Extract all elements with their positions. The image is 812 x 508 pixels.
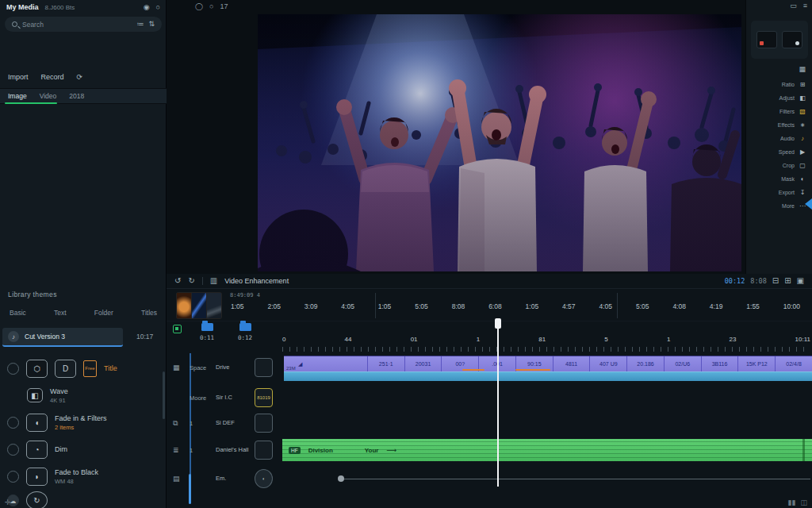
clip-thumb-b[interactable] bbox=[782, 31, 802, 48]
automation-line[interactable] bbox=[341, 479, 810, 479]
track-header-extra[interactable]: ▤ Em. ◐ bbox=[167, 469, 282, 488]
current-timecode: 00:12 bbox=[725, 277, 745, 285]
search-input[interactable]: Search ≔ ⇅ bbox=[5, 17, 162, 32]
clip-filmstrip[interactable] bbox=[176, 292, 222, 319]
doc-icon: ▤ bbox=[173, 475, 184, 483]
sort-icon[interactable]: ⇅ bbox=[148, 21, 155, 28]
item-checkbox[interactable] bbox=[7, 444, 19, 456]
anchor-icon[interactable]: ✛ bbox=[5, 498, 11, 506]
ratio-icon: ⊞ bbox=[799, 81, 806, 88]
track-thumb[interactable] bbox=[255, 414, 273, 433]
tool-item-crop[interactable]: Crop▢ bbox=[746, 160, 812, 171]
timeline-marker[interactable] bbox=[201, 323, 213, 331]
library-tab-folder[interactable]: Folder bbox=[94, 309, 113, 317]
split-icon[interactable]: ▥ bbox=[210, 277, 217, 285]
subtab-image[interactable]: Image bbox=[8, 92, 27, 100]
library-tab-titles[interactable]: Titles bbox=[141, 309, 157, 317]
list-item[interactable]: ⬡ D Free Title bbox=[0, 356, 167, 381]
library-tab-text[interactable]: Text bbox=[54, 309, 67, 317]
subtab-year[interactable]: 2018 bbox=[69, 92, 84, 100]
user-icon[interactable]: ○ bbox=[156, 4, 160, 11]
track-header-text[interactable]: ⧉ 1 Si DEF bbox=[167, 414, 282, 433]
tool-item-export[interactable]: Export↧ bbox=[746, 187, 812, 198]
panel-icon-a[interactable]: ▭ bbox=[790, 2, 797, 10]
item-checkbox[interactable] bbox=[7, 417, 19, 429]
video-editor-app: My Media 8.J600 Bts ◉ ○ Search ≔ ⇅ Impor… bbox=[0, 0, 812, 508]
list-item[interactable]: ◗ Fade to Black WM 48 bbox=[0, 464, 167, 489]
crop-icon: ▢ bbox=[799, 162, 806, 169]
track-ruler-ticks[interactable] bbox=[282, 347, 810, 352]
item-label: Dim bbox=[55, 445, 67, 453]
playhead[interactable] bbox=[497, 321, 499, 487]
tab-record[interactable]: Record bbox=[41, 73, 64, 81]
bars-icon[interactable]: ▮▮ bbox=[788, 498, 796, 506]
track-thumb[interactable]: 81019 bbox=[255, 388, 273, 407]
zoom-in-icon[interactable]: ⊞ bbox=[784, 277, 791, 285]
export-icon: ↧ bbox=[799, 189, 806, 196]
chat-icon[interactable]: ◯ bbox=[195, 2, 203, 10]
redo-icon[interactable]: ↻ bbox=[188, 277, 194, 285]
selected-library-item[interactable]: ♪ Cut Version 3 bbox=[2, 328, 123, 347]
track-header-video[interactable]: ▦ Space Drive bbox=[167, 358, 282, 377]
tool-item-adjust[interactable]: Adjust◧ bbox=[746, 93, 812, 103]
item-checkbox[interactable] bbox=[7, 471, 19, 483]
tool-list: Ratio⊞ Adjust◧ Filters▧ Effects∗ Audio♪ … bbox=[746, 79, 812, 211]
clip-highlight bbox=[515, 369, 550, 371]
total-timecode: 8:08 bbox=[750, 277, 766, 285]
timeline-toolbar: ↺ ↻ ▥ Video Enhancement 00:12 8:08 ⊟ ⊞ ▣ bbox=[167, 274, 812, 289]
audio-clip-label: Your bbox=[365, 447, 379, 454]
tool-item-audio[interactable]: Audio♪ bbox=[746, 133, 812, 144]
list-item[interactable]: ◔ Dim bbox=[0, 437, 167, 462]
tool-item-mask[interactable]: Mask◐ bbox=[746, 174, 812, 184]
pentagon-thumb-icon: ⬡ bbox=[26, 360, 48, 378]
timecode-ruler[interactable]: 1:052:05 3:094:05 1:055:05 8:086:08 1:05… bbox=[219, 302, 812, 310]
subtab-video[interactable]: Video bbox=[40, 92, 57, 100]
clip-thumb-a[interactable] bbox=[756, 31, 777, 48]
refresh-icon[interactable]: ⟳ bbox=[77, 74, 83, 81]
track-thumb[interactable] bbox=[255, 358, 273, 377]
list-item[interactable]: ◧ Wave 4K 91 bbox=[0, 383, 167, 408]
clip-pair-card[interactable] bbox=[751, 21, 808, 59]
track-header-music[interactable]: ≣ 1 Daniel's Hall bbox=[167, 441, 282, 460]
media-subtabs: Image Video 2018 bbox=[0, 88, 167, 104]
list-item[interactable]: ◖ Fade in & Filters 2 items bbox=[0, 410, 167, 435]
library-tab-basic[interactable]: Basic bbox=[10, 309, 26, 317]
timecode-strip: 8:49:09 4 1:052:05 3:094:05 1:055:05 8:0… bbox=[167, 290, 812, 321]
track-enable-checkbox[interactable] bbox=[173, 325, 182, 333]
record-icon[interactable]: ◉ bbox=[144, 4, 150, 11]
tool-item-speed[interactable]: Speed▶ bbox=[746, 147, 812, 157]
video-preview[interactable] bbox=[258, 14, 741, 271]
track-ruler-labels[interactable]: 044 011 815 123 10:11 bbox=[282, 336, 810, 343]
frame-icon[interactable]: ◫ bbox=[800, 498, 807, 506]
video-clip[interactable]: ◢ 251·1 20031 00? .001 90:15 4811 407 U9… bbox=[284, 356, 812, 371]
audio-clip[interactable]: HF Division Your ⟶ bbox=[282, 439, 812, 461]
tool-item-ratio[interactable]: Ratio⊞ bbox=[746, 79, 812, 90]
tab-import[interactable]: Import bbox=[8, 73, 29, 81]
zoom-out-icon[interactable]: ⊟ bbox=[772, 277, 779, 285]
filmstrip-thumb bbox=[192, 293, 206, 318]
track-thumb[interactable] bbox=[255, 441, 273, 460]
undo-icon[interactable]: ↺ bbox=[174, 277, 181, 285]
app-title: My Media bbox=[6, 3, 39, 11]
fit-icon[interactable]: ▣ bbox=[797, 277, 804, 285]
linked-audio-strip[interactable] bbox=[284, 371, 812, 381]
filters-icon: ▧ bbox=[799, 108, 806, 115]
panel-icon-b[interactable]: ≡ bbox=[803, 2, 807, 10]
automation-handle[interactable] bbox=[338, 475, 344, 482]
grid-mini-icon[interactable]: ▦ bbox=[799, 65, 806, 73]
adjust-icon: ◧ bbox=[799, 94, 806, 102]
tool-item-filters[interactable]: Filters▧ bbox=[746, 106, 812, 117]
divider bbox=[202, 277, 203, 285]
panel-scrollbar[interactable] bbox=[163, 371, 165, 419]
timeline: ↺ ↻ ▥ Video Enhancement 00:12 8:08 ⊟ ⊞ ▣… bbox=[167, 274, 812, 508]
media-panel: My Media 8.J600 Bts ◉ ○ Search ≔ ⇅ Impor… bbox=[0, 0, 167, 508]
item-checkbox[interactable] bbox=[7, 363, 19, 375]
filter-icon[interactable]: ≔ bbox=[136, 21, 144, 28]
dot-icon[interactable]: ○ bbox=[209, 2, 213, 10]
timeline-marker[interactable] bbox=[239, 323, 251, 331]
track-header-overlay[interactable]: Moore Sir I.C 81019 bbox=[167, 388, 282, 407]
panel-collapse-arrow[interactable] bbox=[805, 198, 812, 210]
tool-item-effects[interactable]: Effects∗ bbox=[746, 120, 812, 130]
tool-item-more[interactable]: More⋯ bbox=[746, 201, 812, 211]
media-tabs: Import Record ⟳ bbox=[0, 73, 167, 81]
